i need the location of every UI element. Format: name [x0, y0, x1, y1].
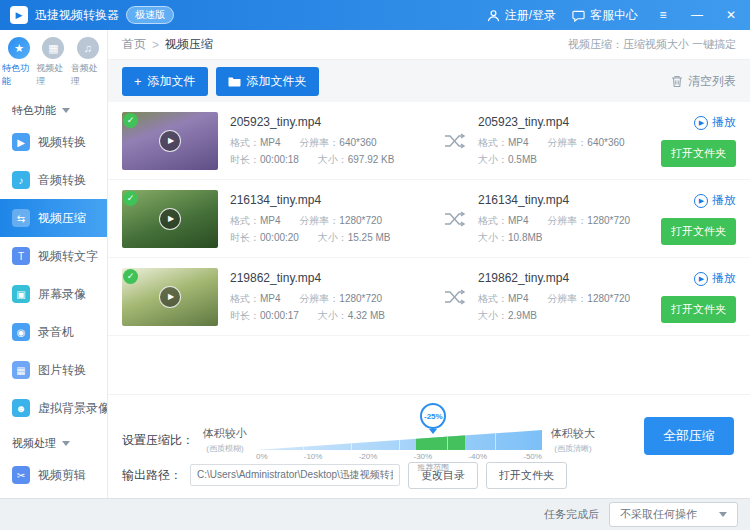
customer-service-label: 客服中心 [590, 7, 638, 24]
play-overlay-icon[interactable]: ▶ [159, 286, 181, 308]
minimize-button[interactable]: — [688, 8, 706, 22]
trash-icon [671, 75, 683, 88]
titlebar-actions: 注册/登录 客服中心 ≡ — ✕ [487, 7, 740, 24]
source-meta-line: 格式：MP4 分辨率：640*360 [230, 136, 438, 150]
sidebar-item-video-compress[interactable]: ⇆ 视频压缩 [0, 199, 107, 237]
statusbar: 任务完成后 不采取任何操作 [0, 498, 750, 530]
star-icon: ★ [8, 37, 30, 59]
login-button[interactable]: 注册/登录 [487, 7, 556, 24]
breadcrumb-current: 视频压缩 [165, 36, 213, 53]
sidebar-item-voice-recorder[interactable]: ◉ 录音机 [0, 313, 107, 351]
resolution-value: 640*360 [339, 137, 376, 148]
output-path-input[interactable] [190, 464, 400, 486]
compression-ratio-label: 设置压缩比： [122, 432, 194, 449]
open-output-folder-button[interactable]: 打开文件夹 [486, 462, 567, 489]
microphone-icon: ◉ [12, 323, 30, 341]
sidebar-item-audio-convert[interactable]: ♪ 音频转换 [0, 161, 107, 199]
sidebar-item-label: 虚拟背景录像 [38, 400, 108, 417]
tab-featured-functions[interactable]: ★ 特色功能 [2, 37, 36, 88]
play-overlay-icon[interactable]: ▶ [159, 130, 181, 152]
source-file-info: 216134_tiny.mp4 格式：MP4 分辨率：1280*720 时长：0… [230, 193, 438, 245]
open-folder-button[interactable]: 打开文件夹 [661, 140, 736, 167]
resolution-value: 640*360 [587, 137, 624, 148]
source-file-name: 216134_tiny.mp4 [230, 193, 438, 207]
sidebar-item-image-convert[interactable]: ▦ 图片转换 [0, 351, 107, 389]
output-meta-line: 大小：0.5MB [478, 153, 660, 167]
tab-label: 视频处理 [36, 62, 70, 88]
video-thumbnail[interactable]: ✓ ▶ [122, 190, 218, 248]
sidebar-item-video-convert[interactable]: ▶ 视频转换 [0, 123, 107, 161]
resolution-label: 分辨率： [547, 137, 587, 148]
customer-service-button[interactable]: 客服中心 [572, 7, 638, 24]
edition-badge: 极速版 [126, 6, 174, 24]
chat-icon [572, 9, 585, 22]
compression-slider[interactable]: -25% 0% -10% -20% -30% -40% -50% [256, 430, 542, 450]
play-button[interactable]: ▶播放 [694, 114, 736, 131]
resolution-value: 1280*720 [587, 215, 630, 226]
add-file-button[interactable]: + 添加文件 [122, 67, 208, 96]
format-label: 格式： [478, 137, 508, 148]
grid-icon: ▦ [42, 37, 64, 59]
tick-label: -20% [359, 452, 378, 461]
after-task-action-dropdown[interactable]: 不采取任何操作 [609, 502, 738, 527]
resolution-label: 分辨率： [547, 293, 587, 304]
music-icon: ♫ [77, 37, 99, 59]
feature-tagline: 视频压缩：压缩视频大小 一键搞定 [568, 37, 736, 52]
check-icon: ✓ [123, 191, 138, 206]
row-actions: ▶播放 打开文件夹 [661, 114, 736, 167]
slider-pin-icon [429, 429, 437, 434]
tab-video-processing[interactable]: ▦ 视频处理 [36, 37, 70, 88]
add-folder-button[interactable]: 添加文件夹 [216, 67, 319, 96]
output-file-info: 205923_tiny.mp4 格式：MP4 分辨率：640*360 大小：0.… [478, 115, 660, 167]
play-button[interactable]: ▶播放 [694, 270, 736, 287]
sidebar-item-screen-record[interactable]: ▣ 屏幕录像 [0, 275, 107, 313]
format-value: MP4 [260, 137, 281, 148]
sidebar-item-virtual-background[interactable]: ☻ 虚拟背景录像 [0, 389, 107, 427]
video-convert-icon: ▶ [12, 133, 30, 151]
output-meta-line: 大小：2.9MB [478, 309, 660, 323]
play-icon: ▶ [694, 116, 708, 130]
video-thumbnail[interactable]: ✓ ▶ [122, 268, 218, 326]
sidebar-item-video-to-text[interactable]: T 视频转文字 [0, 237, 107, 275]
sidebar-section-featured[interactable]: 特色功能 [0, 94, 107, 123]
tab-audio-processing[interactable]: ♫ 音频处理 [71, 37, 105, 88]
source-meta-line: 格式：MP4 分辨率：1280*720 [230, 292, 438, 306]
format-value: MP4 [260, 215, 281, 226]
output-meta-line: 格式：MP4 分辨率：640*360 [478, 136, 660, 150]
source-file-name: 205923_tiny.mp4 [230, 115, 438, 129]
breadcrumb-home[interactable]: 首页 [122, 36, 146, 53]
compress-all-button[interactable]: 全部压缩 [644, 417, 734, 455]
open-folder-button[interactable]: 打开文件夹 [661, 296, 736, 323]
audio-convert-icon: ♪ [12, 171, 30, 189]
slider-track[interactable] [256, 430, 542, 450]
tick-label: 0% [256, 452, 268, 461]
size-value: 2.9MB [508, 310, 537, 321]
format-value: MP4 [508, 293, 529, 304]
play-button[interactable]: ▶播放 [694, 192, 736, 209]
duration-value: 00:00:17 [260, 310, 299, 321]
open-folder-button[interactable]: 打开文件夹 [661, 218, 736, 245]
sidebar-item-video-edit[interactable]: ✂ 视频剪辑 [0, 456, 107, 494]
shuffle-icon [438, 211, 472, 227]
menu-button[interactable]: ≡ [654, 8, 672, 22]
resolution-label: 分辨率： [299, 137, 339, 148]
source-meta-line: 格式：MP4 分辨率：1280*720 [230, 214, 438, 228]
row-actions: ▶播放 打开文件夹 [661, 192, 736, 245]
size-label: 大小： [478, 154, 508, 165]
play-label: 播放 [712, 270, 736, 287]
play-label: 播放 [712, 192, 736, 209]
play-overlay-icon[interactable]: ▶ [159, 208, 181, 230]
sidebar-category-tabs: ★ 特色功能 ▦ 视频处理 ♫ 音频处理 [0, 30, 107, 94]
sidebar-section-video-processing[interactable]: 视频处理 [0, 427, 107, 456]
video-thumbnail[interactable]: ✓ ▶ [122, 112, 218, 170]
duration-label: 时长： [230, 310, 260, 321]
clear-list-button[interactable]: 清空列表 [671, 73, 736, 90]
slider-handle[interactable]: -25% [420, 403, 446, 434]
play-icon: ▶ [694, 194, 708, 208]
size-value: 0.5MB [508, 154, 537, 165]
source-file-name: 219862_tiny.mp4 [230, 271, 438, 285]
duration-value: 00:00:20 [260, 232, 299, 243]
sidebar-item-label: 图片转换 [38, 362, 86, 379]
screen-record-icon: ▣ [12, 285, 30, 303]
close-button[interactable]: ✕ [722, 8, 740, 22]
